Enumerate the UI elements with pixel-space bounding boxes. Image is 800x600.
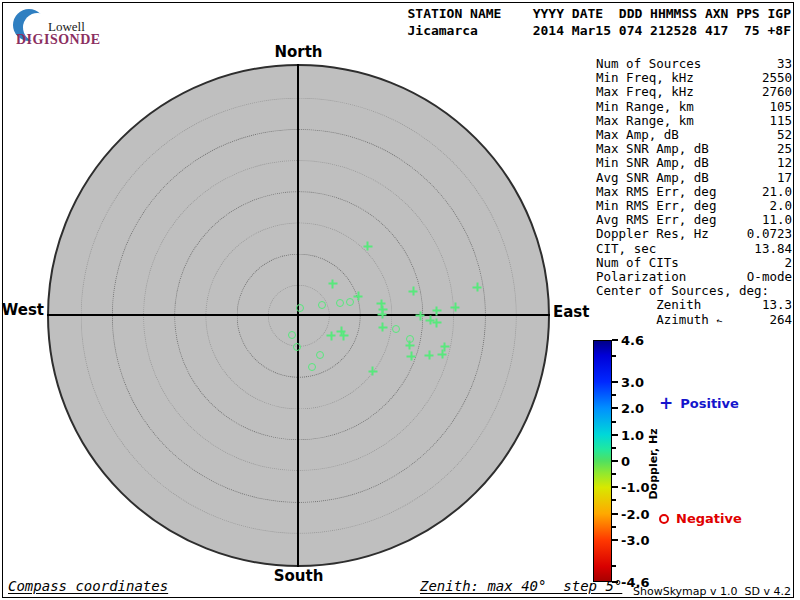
colorbar-minor-tick <box>612 565 616 567</box>
stat-label: Doppler Res, Hz <box>596 227 709 241</box>
stat-label: Max RMS Err, deg <box>596 185 716 199</box>
colorbar-tick-label: -1.0 <box>621 480 649 495</box>
stat-label: Max Amp, dB <box>596 128 679 142</box>
colorbar-tick <box>612 460 618 462</box>
stat-value: 264 <box>769 313 792 327</box>
stat-label: Num of CITs <box>596 256 679 270</box>
stat-label: Zenith <box>596 298 701 312</box>
source-point <box>336 299 344 307</box>
footer-coordinates-label: Compass coordinates <box>8 578 168 594</box>
station-header: STATION NAME YYYY DATE DDD HHMMSS AXN PP… <box>407 5 791 39</box>
colorbar-tick-label: 3.0 <box>621 375 644 390</box>
stat-value: 0.0723 <box>747 227 792 241</box>
colorbar-tick <box>612 339 618 341</box>
colorbar-tick <box>612 486 618 488</box>
stats-row: Min SNR Amp, dB12 <box>596 156 792 170</box>
source-point <box>293 343 301 351</box>
stat-value: 21.0 <box>762 185 792 199</box>
stats-row: Min RMS Err, deg2.0 <box>596 199 792 213</box>
compass-label-north: North <box>247 43 350 61</box>
source-point <box>409 287 418 296</box>
stat-label: Max SNR Amp, dB <box>596 142 709 156</box>
legend-negative-label: Negative <box>676 511 742 526</box>
colorbar-tick <box>612 407 618 409</box>
stat-value: 115 <box>769 114 792 128</box>
footer-zenith-label: Zenith: max 40° step 5° <box>420 578 622 594</box>
stat-label: Min SNR Amp, dB <box>596 156 709 170</box>
source-point <box>288 331 296 339</box>
stat-value: 2 <box>784 256 792 270</box>
source-point <box>363 242 372 251</box>
compass-label-west: West <box>0 301 44 319</box>
colorbar-minor-tick <box>612 473 616 475</box>
stats-row: Avg SNR Amp, dB17 <box>596 171 792 185</box>
source-point <box>296 304 304 312</box>
plus-icon: + <box>659 397 673 410</box>
stats-row: Max RMS Err, deg21.0 <box>596 185 792 199</box>
colorbar-title: Doppler, Hz <box>647 426 661 502</box>
stat-value: 2.0 <box>769 199 792 213</box>
colorbar-minor-tick <box>612 394 616 396</box>
colorbar-tick-label: 2.0 <box>621 401 644 416</box>
colorbar-minor-tick <box>612 355 616 357</box>
source-point <box>318 301 326 309</box>
colorbar-tick-label: 1.0 <box>621 427 644 442</box>
source-point <box>416 311 425 320</box>
stat-label: Max Freq, kHz <box>596 85 694 99</box>
skymap-axis-vertical <box>297 64 299 567</box>
source-point <box>327 331 336 340</box>
source-point <box>328 279 337 288</box>
stat-label: Avg SNR Amp, dB <box>596 171 709 185</box>
colorbar-tick-label: -2.0 <box>621 506 649 521</box>
colorbar-tick <box>612 434 618 436</box>
stats-row: Max Freq, kHz2760 <box>596 85 792 99</box>
source-point <box>378 310 387 319</box>
compass-label-east: East <box>553 303 589 321</box>
lowell-digisonde-logo: Lowell DIGISONDE <box>10 5 170 47</box>
circle-icon <box>659 514 669 524</box>
legend-negative: Negative <box>659 511 742 526</box>
station-header-columns: STATION NAME YYYY DATE DDD HHMMSS AXN PP… <box>407 6 791 21</box>
stat-value: O-mode <box>747 270 792 284</box>
azimuth-arrow-icon: ↑ <box>714 316 725 324</box>
stats-panel: Num of Sources33Min Freq, kHz2550Max Fre… <box>596 57 792 327</box>
stat-label: Min RMS Err, deg <box>596 199 716 213</box>
source-point <box>392 325 400 333</box>
stats-row: Avg RMS Err, deg11.0 <box>596 213 792 227</box>
stats-row: Max Range, km115 <box>596 114 792 128</box>
stats-row: CIT, sec13.84 <box>596 242 792 256</box>
stat-value: 52 <box>777 128 792 142</box>
source-point <box>473 283 482 292</box>
colorbar-tick-label: -3.0 <box>621 532 649 547</box>
stat-value: 11.0 <box>762 213 792 227</box>
stat-value: 105 <box>769 100 792 114</box>
stat-value: 12 <box>777 156 792 170</box>
colorbar-tick-label: 0 <box>621 454 630 469</box>
colorbar <box>593 340 612 582</box>
stats-row: Num of Sources33 <box>596 57 792 71</box>
colorbar-minor-tick <box>612 526 616 528</box>
stats-row: Center of Sources, deg: <box>596 284 792 298</box>
stats-row: Num of CITs2 <box>596 256 792 270</box>
stat-label: CIT, sec <box>596 242 656 256</box>
station-header-values: Jicamarca 2014 Mar15 074 212528 417 75 +… <box>407 23 791 38</box>
stat-value: 17 <box>777 171 792 185</box>
source-point <box>407 352 416 361</box>
source-point <box>339 331 348 340</box>
stat-label: Min Freq, kHz <box>596 71 694 85</box>
source-point <box>405 341 414 350</box>
source-point <box>378 323 387 332</box>
colorbar-tick <box>612 381 618 383</box>
source-point <box>440 342 449 351</box>
colorbar-tick-label: 4.6 <box>621 333 644 348</box>
source-point <box>432 306 441 315</box>
colorbar-minor-tick <box>612 499 616 501</box>
stat-label: Num of Sources <box>596 57 701 71</box>
stat-value: 33 <box>777 57 792 71</box>
colorbar-minor-tick <box>612 421 616 423</box>
source-point <box>316 351 324 359</box>
logo-digisonde-text: DIGISONDE <box>16 32 101 48</box>
stat-label: Azimuth ↑ <box>596 313 722 327</box>
stat-label: Avg RMS Err, deg <box>596 213 716 227</box>
stat-label: Polarization <box>596 270 686 284</box>
